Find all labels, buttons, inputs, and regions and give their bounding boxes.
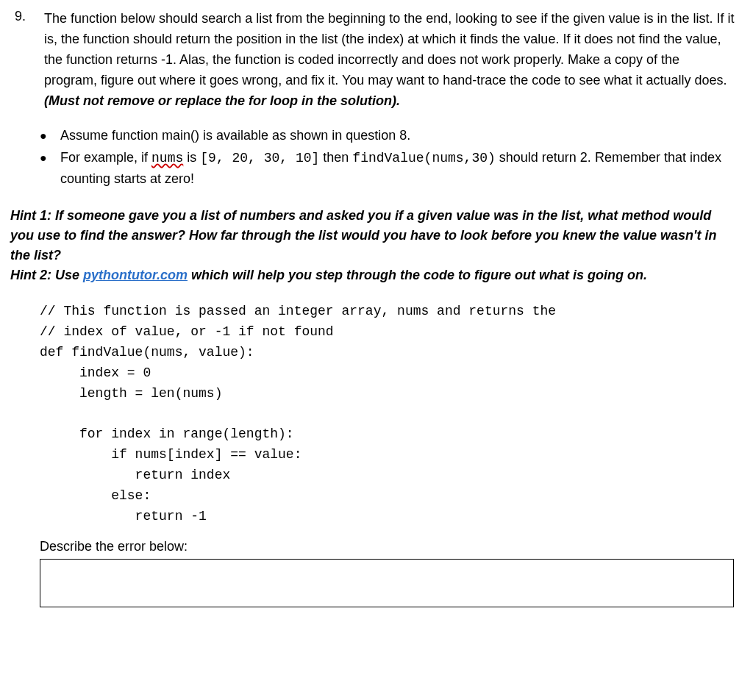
bullet-text: For example, if nums is [9, 20, 30, 10] … <box>60 148 735 190</box>
text-fragment: which will help you step through the cod… <box>188 268 647 282</box>
hints-block: Hint 1: If someone gave you a list of nu… <box>10 206 735 285</box>
describe-label: Describe the error below: <box>40 539 735 554</box>
answer-box[interactable] <box>40 559 734 607</box>
code-line: return index <box>40 468 230 482</box>
bullet-item: ● For example, if nums is [9, 20, 30, 10… <box>40 148 735 190</box>
question-prompt-main: The function below should search a list … <box>44 11 735 88</box>
question-row: 9. The function below should search a li… <box>10 9 735 111</box>
hint-2: Hint 2: Use pythontutor.com which will h… <box>10 265 735 285</box>
code-line: index = 0 <box>40 365 151 380</box>
text-fragment: then <box>319 150 352 165</box>
code-block: // This function is passed an integer ar… <box>40 301 735 527</box>
code-line: // index of value, or -1 if not found <box>40 324 334 339</box>
code-list-literal: [9, 20, 30, 10] <box>200 151 319 165</box>
question-body: The function below should search a list … <box>44 9 735 111</box>
hint-1: Hint 1: If someone gave you a list of nu… <box>10 206 735 265</box>
text-fragment: Hint 2: Use <box>10 268 83 282</box>
text-fragment: For example, if <box>60 150 151 165</box>
text-fragment: is <box>183 150 200 165</box>
code-line: def findValue(nums, value): <box>40 345 254 360</box>
pythontutor-link[interactable]: pythontutor.com <box>83 268 188 282</box>
bullet-icon: ● <box>40 148 60 168</box>
bullet-list: ● Assume function main() is available as… <box>40 126 735 190</box>
code-line: length = len(nums) <box>40 386 222 401</box>
question-constraint: (Must not remove or replace the for loop… <box>44 93 400 108</box>
code-line: else: <box>40 488 151 503</box>
code-line: for index in range(length): <box>40 426 294 441</box>
bullet-item: ● Assume function main() is available as… <box>40 126 735 146</box>
question-number: 9. <box>10 9 44 24</box>
code-line: // This function is passed an integer ar… <box>40 304 556 318</box>
code-nums-squiggle: nums <box>151 151 183 165</box>
question-page: 9. The function below should search a li… <box>0 0 753 622</box>
code-line: return -1 <box>40 509 207 524</box>
bullet-text: Assume function main() is available as s… <box>60 126 735 146</box>
code-line: if nums[index] == value: <box>40 447 301 462</box>
bullet-icon: ● <box>40 126 60 146</box>
code-call: findValue(nums,30) <box>352 151 495 165</box>
